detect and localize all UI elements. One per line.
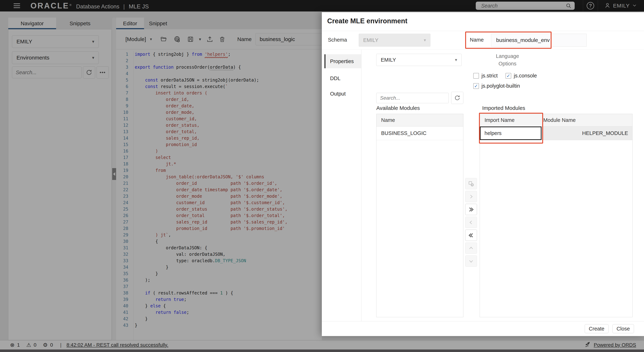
transfer-buttons xyxy=(465,178,477,267)
checkbox-unchecked-icon[interactable] xyxy=(473,73,479,79)
environment-schema-value: EMILY xyxy=(381,57,396,63)
modules-search-input[interactable] xyxy=(376,93,449,103)
imported-modules-heading: Imported Modules xyxy=(482,105,525,111)
option-label: js.console xyxy=(514,73,537,79)
available-modules-table: NameBUSINESS_LOGIC xyxy=(376,114,464,317)
dialog-footer: CreateClose xyxy=(322,321,644,336)
table-row[interactable]: BUSINESS_LOGIC xyxy=(376,126,463,140)
double-chevron-right-button[interactable] xyxy=(465,204,477,215)
dialog-divider xyxy=(322,31,644,31)
column-header-module-name: Module Name xyxy=(542,117,632,123)
checkbox-checked-icon[interactable]: ✓ xyxy=(506,73,511,79)
checkbox-checked-icon[interactable]: ✓ xyxy=(473,83,479,89)
option-js.console[interactable]: ✓js.console xyxy=(506,73,537,79)
option-js.polyglot-builtin[interactable]: ✓js.polyglot-builtin xyxy=(473,83,520,89)
environment-schema-select[interactable]: EMILY ▾ xyxy=(376,54,462,66)
dialog-tab-output[interactable]: Output xyxy=(324,88,361,99)
imported-modules-table: Import NameModule NamehelpersHELPER_MODU… xyxy=(480,114,632,317)
create-button[interactable]: Create xyxy=(585,324,608,333)
chevron-left-button xyxy=(465,217,477,228)
create-mle-environment-dialog: Create MLE environment Schema EMILY ▾ Na… xyxy=(322,12,644,336)
module-name-cell: BUSINESS_LOGIC xyxy=(376,126,426,140)
dropdown-arrow-icon: ▾ xyxy=(455,57,457,62)
screen: ORACLE ® Database Actions | MLE JS ? EMI… xyxy=(0,0,644,352)
environment-name-label: Name xyxy=(470,37,484,43)
language-options-label: Language Options xyxy=(488,52,526,68)
dropdown-arrow-icon: ▾ xyxy=(424,38,426,43)
language-options-group: js.strict✓js.console✓js.polyglot-builtin xyxy=(473,73,559,89)
dialog-divider xyxy=(322,50,644,50)
option-js.strict[interactable]: js.strict xyxy=(473,73,498,79)
table-row[interactable]: helpersHELPER_MODULE xyxy=(480,126,632,140)
dialog-schema-value: EMILY xyxy=(363,37,378,43)
table-header: Import NameModule Name xyxy=(480,114,632,126)
double-chevron-left-button[interactable] xyxy=(465,230,477,241)
option-label: js.strict xyxy=(482,73,498,79)
close-button[interactable]: Close xyxy=(612,324,634,333)
schema-label: Schema xyxy=(328,37,347,43)
dialog-title: Create MLE environment xyxy=(327,17,408,25)
chevron-down-button xyxy=(465,256,477,267)
dialog-schema-select: EMILY ▾ xyxy=(359,34,430,46)
environment-name-input[interactable] xyxy=(491,34,587,46)
module-name-cell: HELPER_MODULE xyxy=(542,126,632,140)
modules-refresh-button[interactable] xyxy=(451,92,464,104)
dialog-nav-rail: PropertiesDDLOutput xyxy=(322,50,362,321)
available-modules-heading: Available Modules xyxy=(376,105,420,111)
dialog-tab-ddl[interactable]: DDL xyxy=(324,73,361,84)
dialog-tab-properties[interactable]: Properties xyxy=(324,54,361,68)
refresh-icon xyxy=(454,95,460,101)
chevron-up-button xyxy=(465,242,477,254)
table-header: Name xyxy=(376,114,463,126)
column-header-import-name: Import Name xyxy=(480,117,542,123)
column-header-name: Name xyxy=(376,117,395,123)
chevron-right-button xyxy=(465,191,477,202)
import-name-cell-editing[interactable]: helpers xyxy=(480,126,542,140)
module-export-button xyxy=(465,178,477,189)
option-label: js.polyglot-builtin xyxy=(482,83,520,89)
